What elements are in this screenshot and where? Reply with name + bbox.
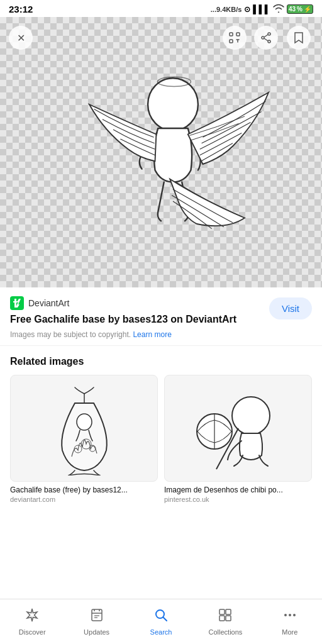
share-button[interactable]	[254, 26, 278, 50]
related-thumb-2	[164, 375, 312, 482]
related-item-2[interactable]: Imagem de Desenhos de chibi po... pinter…	[164, 375, 312, 504]
nav-discover-label: Discover	[19, 628, 46, 636]
discover-icon	[25, 608, 40, 626]
nav-updates-label: Updates	[84, 628, 109, 636]
visit-button[interactable]: Visit	[269, 297, 312, 319]
svg-rect-24	[219, 609, 225, 614]
source-copyright: Images may be subject to copyright. Lear…	[10, 330, 262, 339]
svg-rect-16	[92, 609, 102, 621]
source-info: DeviantArt Free Gachalife base by bases1…	[10, 296, 262, 339]
svg-point-30	[293, 614, 296, 616]
network-speed: ...9.4KB/s	[211, 6, 242, 13]
related-thumb-1	[10, 375, 158, 482]
nav-updates[interactable]: Updates	[64, 599, 128, 644]
related-item[interactable]: Gachalife base (free) by bases12... devi…	[10, 375, 158, 504]
svg-line-23	[164, 618, 167, 621]
close-button[interactable]: ✕	[9, 26, 33, 50]
nav-search[interactable]: Search	[129, 599, 193, 644]
scan-button[interactable]	[223, 26, 247, 50]
search-icon	[153, 608, 169, 626]
related-source-2: pinterest.co.uk	[164, 496, 312, 503]
status-time: 23:12	[9, 4, 33, 14]
svg-point-28	[284, 614, 287, 616]
source-header: DeviantArt Free Gachalife base by bases1…	[10, 296, 312, 339]
related-section: Related images	[0, 346, 322, 509]
svg-point-29	[289, 614, 291, 616]
wifi-icon	[273, 4, 284, 14]
refresh-icon: ⊙	[244, 5, 250, 14]
signal-icon: ▌▌▌	[253, 4, 270, 14]
source-brand: DeviantArt	[10, 296, 262, 310]
source-title: Free Gachalife base by bases123 on Devia…	[10, 313, 262, 326]
learn-more-link[interactable]: Learn more	[133, 330, 171, 339]
deviantart-icon	[10, 296, 24, 310]
related-label-1: Gachalife base (free) by bases12...	[10, 486, 158, 496]
nav-discover[interactable]: Discover	[0, 599, 64, 644]
nav-more[interactable]: More	[258, 599, 322, 644]
related-source-1: deviantart.com	[10, 496, 158, 503]
angel-image	[42, 33, 280, 272]
related-label-2: Imagem de Desenhos de chibi po...	[164, 486, 312, 496]
nav-search-label: Search	[150, 628, 172, 636]
svg-rect-1	[236, 33, 240, 36]
related-title: Related images	[10, 356, 312, 367]
bottom-nav: Discover Updates Search	[0, 599, 322, 644]
collections-icon	[218, 608, 233, 626]
status-bar: 23:12 ...9.4KB/s ⊙ ▌▌▌ 43% ⚡	[0, 0, 322, 17]
svg-rect-26	[219, 616, 225, 621]
svg-rect-0	[230, 33, 233, 36]
svg-rect-27	[226, 616, 231, 621]
related-grid: Gachalife base (free) by bases12... devi…	[10, 375, 312, 504]
more-icon	[282, 608, 297, 626]
svg-point-11	[77, 414, 92, 430]
svg-point-3	[268, 33, 270, 35]
svg-rect-25	[226, 609, 231, 614]
nav-more-label: More	[282, 628, 297, 636]
nav-collections-label: Collections	[209, 628, 243, 636]
nav-collections[interactable]: Collections	[193, 599, 257, 644]
svg-point-5	[262, 36, 264, 39]
brand-name: DeviantArt	[28, 298, 69, 308]
svg-point-6	[148, 78, 198, 131]
bookmark-button[interactable]	[287, 26, 311, 50]
image-area: ✕	[0, 17, 322, 287]
battery-icon: 43% ⚡	[287, 4, 313, 14]
updates-icon	[89, 608, 104, 626]
source-section: DeviantArt Free Gachalife base by bases1…	[0, 287, 322, 346]
svg-point-4	[268, 40, 270, 43]
status-icons: ...9.4KB/s ⊙ ▌▌▌ 43% ⚡	[211, 4, 313, 14]
bolt-icon: ⚡	[304, 6, 311, 13]
svg-rect-2	[230, 40, 233, 43]
